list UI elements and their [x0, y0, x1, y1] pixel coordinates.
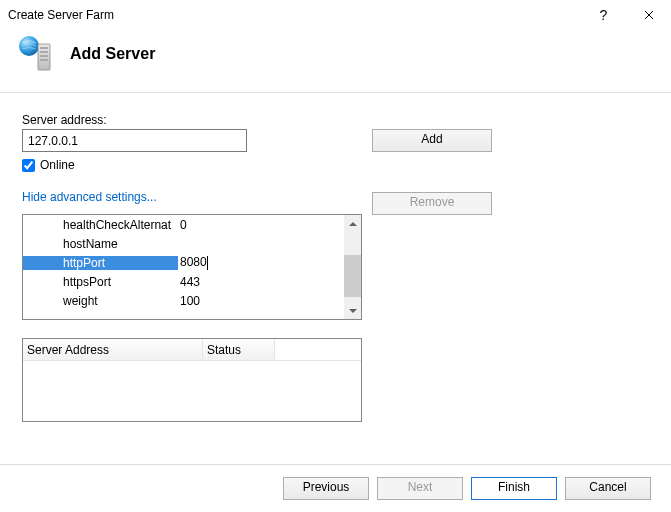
finish-button[interactable]: Finish: [471, 477, 557, 500]
add-button[interactable]: Add: [372, 129, 492, 152]
online-label: Online: [40, 158, 75, 172]
wizard-body: Server address: Online Hide advanced set…: [0, 93, 671, 432]
previous-button[interactable]: Previous: [283, 477, 369, 500]
svg-rect-5: [40, 59, 48, 61]
property-name: hostName: [23, 237, 178, 251]
grid-row[interactable]: hostName: [23, 234, 344, 253]
chevron-up-icon: [349, 222, 357, 226]
scroll-down-button[interactable]: [344, 302, 361, 319]
grid-scrollbar[interactable]: [344, 215, 361, 319]
online-checkbox[interactable]: [22, 159, 35, 172]
grid-row[interactable]: weight100: [23, 291, 344, 310]
property-name: healthCheckAlternat: [23, 218, 178, 232]
window-title: Create Server Farm: [8, 8, 581, 22]
property-value[interactable]: 0: [178, 218, 344, 232]
page-heading: Add Server: [70, 45, 155, 63]
wizard-footer: Previous Next Finish Cancel: [0, 464, 671, 512]
server-farm-icon: [18, 36, 54, 72]
svg-rect-4: [40, 55, 48, 57]
svg-rect-2: [40, 47, 48, 49]
property-value[interactable]: 443: [178, 275, 344, 289]
next-button: Next: [377, 477, 463, 500]
cancel-button[interactable]: Cancel: [565, 477, 651, 500]
property-value[interactable]: 8080: [178, 255, 344, 270]
server-address-input[interactable]: [22, 129, 247, 152]
wizard-header: Add Server: [0, 30, 671, 93]
grid-row[interactable]: httpPort8080: [23, 253, 344, 272]
advanced-property-grid[interactable]: healthCheckAlternat0hostNamehttpPort8080…: [22, 214, 362, 320]
close-icon: [644, 10, 654, 20]
scroll-up-button[interactable]: [344, 215, 361, 232]
scroll-thumb[interactable]: [344, 255, 361, 297]
grid-row[interactable]: httpsPort443: [23, 272, 344, 291]
grid-row[interactable]: healthCheckAlternat0: [23, 215, 344, 234]
property-name: httpPort: [23, 256, 178, 270]
remove-button: Remove: [372, 192, 492, 215]
close-button[interactable]: [626, 0, 671, 30]
chevron-down-icon: [349, 309, 357, 313]
property-value[interactable]: 100: [178, 294, 344, 308]
window-titlebar: Create Server Farm ?: [0, 0, 671, 30]
column-status[interactable]: Status: [203, 339, 275, 360]
server-list-header: Server Address Status: [23, 339, 361, 361]
property-name: weight: [23, 294, 178, 308]
property-name: httpsPort: [23, 275, 178, 289]
server-list[interactable]: Server Address Status: [22, 338, 362, 422]
server-address-label: Server address:: [22, 113, 362, 127]
help-button[interactable]: ?: [581, 0, 626, 30]
toggle-advanced-link[interactable]: Hide advanced settings...: [22, 190, 157, 204]
svg-rect-3: [40, 51, 48, 53]
column-server-address[interactable]: Server Address: [23, 339, 203, 360]
